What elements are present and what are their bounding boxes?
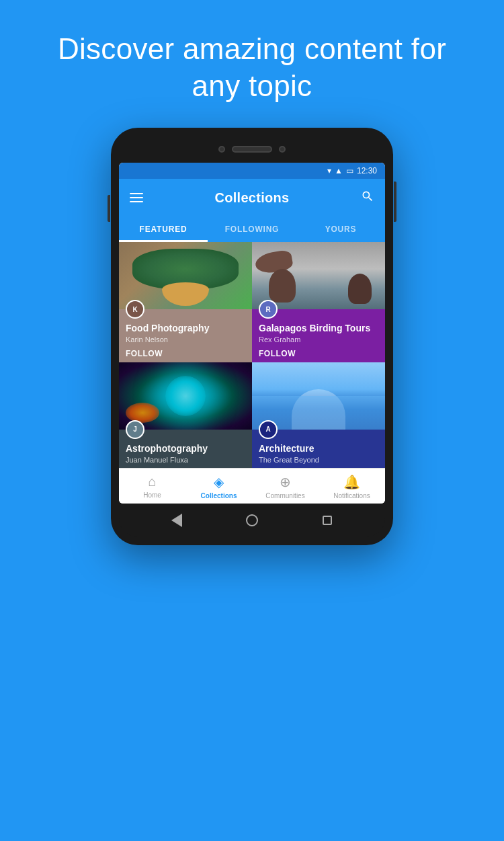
hero-section: Discover amazing content for any topic	[0, 0, 504, 121]
nav-collections-label: Collections	[201, 492, 237, 499]
bottom-navigation: ⌂ Home ◈ Collections ⊕ Communities 🔔 Not…	[119, 468, 385, 504]
arch-card-image	[252, 362, 385, 430]
food-card-image	[119, 242, 252, 309]
volume-button	[108, 195, 110, 222]
phone-mockup: ▾ ▲ ▭ 12:30 Collections	[0, 128, 504, 545]
nav-collections[interactable]: ◈ Collections	[185, 474, 252, 499]
nav-communities[interactable]: ⊕ Communities	[252, 474, 319, 499]
food-follow-button[interactable]: FOLLOW	[126, 349, 245, 358]
collections-icon: ◈	[214, 474, 224, 490]
galapagos-card-author: Rex Graham	[259, 335, 378, 344]
earpiece	[232, 146, 272, 153]
hamburger-line-2	[130, 197, 143, 198]
galapagos-avatar: R	[259, 300, 278, 319]
nav-notifications[interactable]: 🔔 Notifications	[319, 474, 385, 499]
collections-grid: K Food Photography Karin Nelson FOLLOW R	[119, 242, 385, 468]
home-icon: ⌂	[148, 474, 156, 489]
front-camera	[218, 146, 225, 153]
home-hw-icon	[246, 514, 258, 526]
status-icons: ▾ ▲ ▭ 12:30	[327, 166, 377, 175]
wifi-icon: ▾	[327, 166, 331, 175]
nebula-orange-decoration	[126, 403, 159, 423]
food-avatar: K	[126, 300, 144, 319]
nav-home[interactable]: ⌂ Home	[119, 474, 185, 499]
hamburger-line-1	[130, 193, 143, 194]
search-button[interactable]	[361, 190, 374, 206]
home-hw-button[interactable]	[245, 513, 259, 528]
galapagos-card-image	[252, 242, 385, 309]
astro-card-image	[119, 362, 252, 430]
galapagos-card-info: R Galapagos Birding Tours Rex Graham FOL…	[252, 309, 385, 362]
bird-decoration	[269, 269, 296, 303]
arch-card-info: A Architecture The Great Beyond	[252, 430, 385, 468]
astro-avatar: J	[126, 420, 144, 439]
phone-body: ▾ ▲ ▭ 12:30 Collections	[111, 128, 393, 545]
hero-text: Discover amazing content for any topic	[47, 30, 457, 104]
phone-top-bezel	[119, 136, 385, 163]
food-bowl-decoration	[162, 282, 209, 306]
tab-following[interactable]: FOLLOWING	[208, 216, 296, 242]
bird2-decoration	[348, 274, 372, 304]
recents-button[interactable]	[320, 513, 335, 528]
menu-button[interactable]	[130, 193, 143, 202]
power-button	[394, 182, 396, 222]
tab-bar: FEATURED FOLLOWING YOURS	[119, 216, 385, 242]
food-card-author: Karin Nelson	[126, 335, 245, 344]
hamburger-line-3	[130, 201, 143, 202]
astro-card-title: Astrophotography	[126, 443, 245, 454]
sensor	[279, 146, 286, 153]
arch-card-author: The Great Beyond	[259, 456, 378, 464]
galapagos-follow-button[interactable]: FOLLOW	[259, 349, 378, 358]
galapagos-card-title: Galapagos Birding Tours	[259, 323, 378, 334]
nav-home-label: Home	[143, 491, 161, 499]
collection-card-food[interactable]: K Food Photography Karin Nelson FOLLOW	[119, 242, 252, 362]
astro-card-author: Juan Manuel Fluxa	[126, 456, 245, 464]
app-title: Collections	[214, 190, 289, 206]
tab-yours[interactable]: YOURS	[296, 216, 385, 242]
app-bar: Collections	[119, 179, 385, 216]
food-card-info: K Food Photography Karin Nelson FOLLOW	[119, 309, 252, 362]
status-bar: ▾ ▲ ▭ 12:30	[119, 163, 385, 179]
arch-avatar: A	[259, 420, 278, 439]
notifications-icon: 🔔	[343, 474, 360, 490]
collection-card-galapagos[interactable]: R Galapagos Birding Tours Rex Graham FOL…	[252, 242, 385, 362]
recents-icon	[323, 516, 332, 525]
status-time: 12:30	[357, 166, 377, 175]
arch-card-title: Architecture	[259, 443, 378, 454]
tab-featured[interactable]: FEATURED	[119, 216, 208, 242]
collection-card-astro[interactable]: J Astrophotography Juan Manuel Fluxa	[119, 362, 252, 468]
screen: ▾ ▲ ▭ 12:30 Collections	[119, 163, 385, 504]
phone-bottom-bezel	[119, 504, 385, 537]
signal-icon: ▲	[335, 166, 343, 175]
communities-icon: ⊕	[280, 474, 291, 490]
back-button[interactable]	[169, 513, 184, 528]
back-icon	[171, 514, 182, 527]
collection-card-arch[interactable]: A Architecture The Great Beyond	[252, 362, 385, 468]
nebula-glow-decoration	[165, 376, 206, 416]
nav-communities-label: Communities	[265, 492, 304, 499]
food-card-title: Food Photography	[126, 323, 245, 334]
nav-notifications-label: Notifications	[333, 492, 370, 499]
battery-icon: ▭	[346, 166, 353, 175]
astro-card-info: J Astrophotography Juan Manuel Fluxa	[119, 430, 252, 468]
